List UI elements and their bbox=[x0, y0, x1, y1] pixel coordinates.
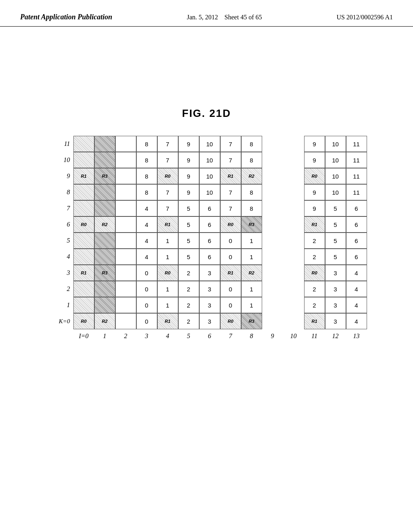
cell-11-13: 11 bbox=[346, 136, 367, 152]
cell-10-12: 10 bbox=[325, 152, 346, 168]
cell-1-9 bbox=[262, 297, 283, 313]
cell-11-1 bbox=[94, 136, 115, 152]
cell-10-7: 7 bbox=[220, 152, 241, 168]
cell-1-1 bbox=[94, 297, 115, 313]
cell-9-6: 10 bbox=[199, 168, 220, 184]
cell-6-2 bbox=[115, 216, 136, 233]
cell-7-0 bbox=[73, 200, 94, 216]
cell-9-10 bbox=[283, 168, 304, 184]
grid-row-10: 8 7 9 10 7 8 9 10 11 bbox=[73, 152, 367, 168]
cell-11-0 bbox=[73, 136, 94, 152]
col-label-i0: I=0 bbox=[73, 330, 94, 342]
cell-11-8: 8 bbox=[241, 136, 262, 152]
grid-row-11: 8 7 9 10 7 8 9 10 11 bbox=[73, 136, 367, 152]
cell-1-5: 2 bbox=[178, 297, 199, 313]
cell-6-4: R1 bbox=[157, 216, 178, 233]
cell-8-7: 7 bbox=[220, 184, 241, 200]
grid-row-9: R1 R3 8 R0 9 10 R1 R2 R0 10 11 bbox=[73, 168, 367, 184]
cell-k0-9 bbox=[262, 313, 283, 329]
cell-6-1: R2 bbox=[94, 216, 115, 233]
cell-k0-5: 2 bbox=[178, 313, 199, 329]
cell-8-12: 10 bbox=[325, 184, 346, 200]
cell-8-4: 7 bbox=[157, 184, 178, 200]
cell-7-9 bbox=[262, 200, 283, 216]
cell-k0-6: 3 bbox=[199, 313, 220, 329]
grid-row-8: 8 7 9 10 7 8 9 10 11 bbox=[73, 184, 367, 200]
row-label-5: 5 bbox=[54, 233, 73, 249]
col-label-8: 8 bbox=[241, 330, 262, 342]
cell-11-6: 10 bbox=[199, 136, 220, 152]
cell-11-2 bbox=[115, 136, 136, 152]
col-label-6: 6 bbox=[199, 330, 220, 342]
cell-4-1 bbox=[94, 249, 115, 265]
cell-k0-0: R0 bbox=[73, 313, 94, 329]
col-label-12: 12 bbox=[325, 330, 346, 342]
cell-1-4: 1 bbox=[157, 297, 178, 313]
cell-11-3: 8 bbox=[136, 136, 157, 152]
grid-row-k0: R0 R2 0 R1 2 3 R0 R3 R1 3 4 bbox=[73, 313, 367, 329]
cell-8-9 bbox=[262, 184, 283, 200]
cell-5-11: 2 bbox=[304, 233, 325, 249]
publication-title: Patent Application Publication bbox=[20, 12, 112, 22]
cell-k0-7: R0 bbox=[220, 313, 241, 329]
cell-k0-8: R3 bbox=[241, 313, 262, 329]
cell-4-3: 4 bbox=[136, 249, 157, 265]
col-label-4: 4 bbox=[157, 330, 178, 342]
page-header: Patent Application Publication Jan. 5, 2… bbox=[0, 0, 413, 27]
cell-6-10 bbox=[283, 216, 304, 233]
cell-k0-11: R1 bbox=[304, 313, 325, 329]
cell-9-2 bbox=[115, 168, 136, 184]
cell-6-7: R0 bbox=[220, 216, 241, 233]
cell-8-5: 9 bbox=[178, 184, 199, 200]
cell-2-12: 3 bbox=[325, 281, 346, 297]
cell-7-11: 9 bbox=[304, 200, 325, 216]
grid-row-3: R1 R3 0 R0 2 3 R1 R2 R0 3 4 bbox=[73, 265, 367, 281]
cell-8-8: 8 bbox=[241, 184, 262, 200]
cell-2-8: 1 bbox=[241, 281, 262, 297]
cell-2-10 bbox=[283, 281, 304, 297]
cell-5-8: 1 bbox=[241, 233, 262, 249]
cell-6-13: 6 bbox=[346, 216, 367, 233]
cell-3-3: 0 bbox=[136, 265, 157, 281]
cell-10-0 bbox=[73, 152, 94, 168]
publication-number: US 2012/0002596 A1 bbox=[336, 12, 393, 21]
cell-9-13: 11 bbox=[346, 168, 367, 184]
cell-2-3: 0 bbox=[136, 281, 157, 297]
cell-9-7: R1 bbox=[220, 168, 241, 184]
cell-2-1 bbox=[94, 281, 115, 297]
cell-k0-4: R1 bbox=[157, 313, 178, 329]
cell-3-2 bbox=[115, 265, 136, 281]
col-label-2: 2 bbox=[115, 330, 136, 342]
cell-k0-3: 0 bbox=[136, 313, 157, 329]
grid-row-2: 0 1 2 3 0 1 2 3 4 bbox=[73, 281, 367, 297]
cell-3-5: 2 bbox=[178, 265, 199, 281]
cell-4-10 bbox=[283, 249, 304, 265]
cell-11-9 bbox=[262, 136, 283, 152]
cell-4-7: 0 bbox=[220, 249, 241, 265]
cell-9-5: 9 bbox=[178, 168, 199, 184]
cell-7-4: 7 bbox=[157, 200, 178, 216]
grid: 8 7 9 10 7 8 9 10 11 8 7 9 10 7 8 9 10 bbox=[73, 136, 367, 342]
cell-5-6: 6 bbox=[199, 233, 220, 249]
row-label-6: 6 bbox=[54, 216, 73, 233]
cell-1-3: 0 bbox=[136, 297, 157, 313]
cell-7-8: 8 bbox=[241, 200, 262, 216]
cell-2-4: 1 bbox=[157, 281, 178, 297]
cell-11-5: 9 bbox=[178, 136, 199, 152]
cell-6-5: 5 bbox=[178, 216, 199, 233]
row-label-8: 8 bbox=[54, 184, 73, 200]
cell-1-2 bbox=[115, 297, 136, 313]
cell-10-8: 8 bbox=[241, 152, 262, 168]
cell-4-9 bbox=[262, 249, 283, 265]
col-label-3: 3 bbox=[136, 330, 157, 342]
col-label-11: 11 bbox=[304, 330, 325, 342]
col-label-9: 9 bbox=[262, 330, 283, 342]
col-label-7: 7 bbox=[220, 330, 241, 342]
cell-5-13: 6 bbox=[346, 233, 367, 249]
cell-8-3: 8 bbox=[136, 184, 157, 200]
cell-3-10 bbox=[283, 265, 304, 281]
cell-1-11: 2 bbox=[304, 297, 325, 313]
cell-7-2 bbox=[115, 200, 136, 216]
cell-10-6: 10 bbox=[199, 152, 220, 168]
cell-3-8: R2 bbox=[241, 265, 262, 281]
